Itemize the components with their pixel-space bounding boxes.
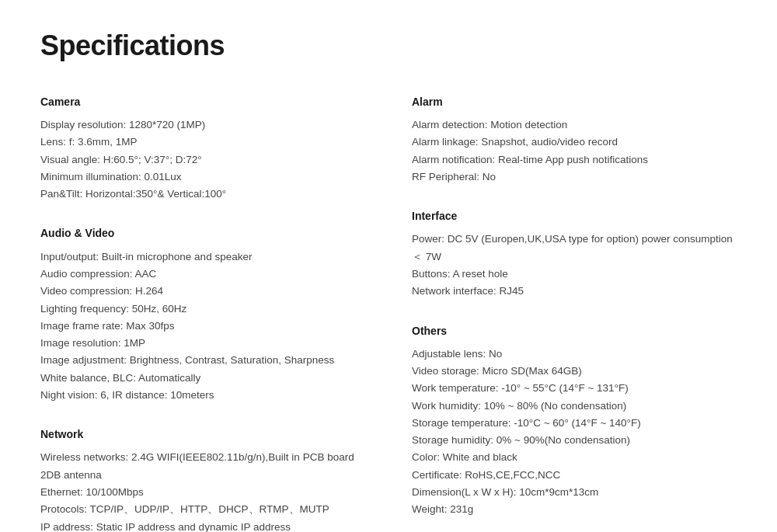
spec-line: Visual angle: H:60.5°; V:37°; D:72° [40, 151, 365, 169]
spec-line: Video compression: H.264 [40, 283, 365, 300]
spec-line: Protocols: TCP/IP、UDP/IP、HTTP、DHCP、RTMP、… [40, 501, 365, 518]
section-interface: InterfacePower: DC 5V (Europen,UK,USA ty… [412, 207, 737, 300]
section-title-others: Others [412, 322, 737, 339]
section-audio-video: Audio & VideoInput/output: Built-in micr… [40, 224, 365, 404]
spec-line: Alarm detection: Motion detection [412, 116, 737, 134]
page-title: Specifications [40, 23, 737, 68]
section-title-audio-video: Audio & Video [40, 224, 365, 242]
spec-line: Work humidity: 10% ~ 80% (No condensatio… [412, 398, 737, 415]
spec-line: Image frame rate: Max 30fps [40, 318, 365, 335]
spec-line: Network interface: RJ45 [412, 283, 737, 300]
spec-line: Power: DC 5V (Europen,UK,USA type for op… [412, 231, 737, 266]
spec-line: Audio compression: AAC [40, 266, 365, 283]
spec-line: Image adjustment: Brightness, Contrast, … [40, 352, 365, 369]
spec-line: Weight: 231g [412, 501, 737, 518]
spec-line: IP address: Static IP address and dynami… [40, 519, 365, 532]
spec-line: Ethernet: 10/100Mbps [40, 484, 365, 501]
spec-line: Color: White and black [412, 449, 737, 466]
section-title-network: Network [40, 426, 365, 443]
spec-line: Night vision: 6, IR distance: 10meters [40, 387, 365, 404]
specs-grid: CameraDisplay resolution: 1280*720 (1MP)… [40, 93, 737, 532]
section-network: NetworkWireless networks: 2.4G WIFI(IEEE… [40, 426, 365, 532]
spec-line: Wireless networks: 2.4G WIFI(IEEE802.11b… [40, 449, 365, 484]
section-camera: CameraDisplay resolution: 1280*720 (1MP)… [40, 93, 365, 203]
spec-line: Lighting frequency: 50Hz, 60Hz [40, 301, 365, 318]
specs-left-column: CameraDisplay resolution: 1280*720 (1MP)… [40, 93, 365, 532]
spec-line: White balance, BLC: Automatically [40, 370, 365, 387]
spec-line: Alarm notification: Real-time App push n… [412, 151, 737, 169]
spec-line: Buttons: A reset hole [412, 266, 737, 283]
section-others: OthersAdjustable lens: NoVideo storage: … [412, 322, 737, 519]
spec-line: Pan&Tilt: Horizontal:350°& Vertical:100° [40, 186, 365, 203]
section-alarm: AlarmAlarm detection: Motion detectionAl… [412, 93, 737, 186]
spec-line: Certificate: RoHS,CE,FCC,NCC [412, 467, 737, 484]
spec-line: Adjustable lens: No [412, 346, 737, 363]
section-title-camera: Camera [40, 93, 365, 110]
specs-right-column: AlarmAlarm detection: Motion detectionAl… [412, 93, 737, 532]
spec-line: Storage temperature: -10°C ~ 60° (14°F ~… [412, 415, 737, 432]
spec-line: Alarm linkage: Snapshot, audio/video rec… [412, 134, 737, 151]
spec-line: Lens: f: 3.6mm, 1MP [40, 134, 365, 151]
spec-line: Input/output: Built-in microphone and sp… [40, 249, 365, 266]
section-title-interface: Interface [412, 207, 737, 224]
spec-line: Dimension(L x W x H): 10cm*9cm*13cm [412, 484, 737, 501]
spec-line: Display resolution: 1280*720 (1MP) [40, 116, 365, 134]
page-container: Specifications CameraDisplay resolution:… [0, 0, 777, 532]
spec-line: Video storage: Micro SD(Max 64GB) [412, 363, 737, 380]
spec-line: Minimum illumination: 0.01Lux [40, 169, 365, 186]
section-title-alarm: Alarm [412, 93, 737, 110]
spec-line: Work temperature: -10° ~ 55°C (14°F ~ 13… [412, 380, 737, 397]
spec-line: Storage humidity: 0% ~ 90%(No condensati… [412, 432, 737, 449]
spec-line: Image resolution: 1MP [40, 335, 365, 352]
spec-line: RF Peripheral: No [412, 169, 737, 186]
